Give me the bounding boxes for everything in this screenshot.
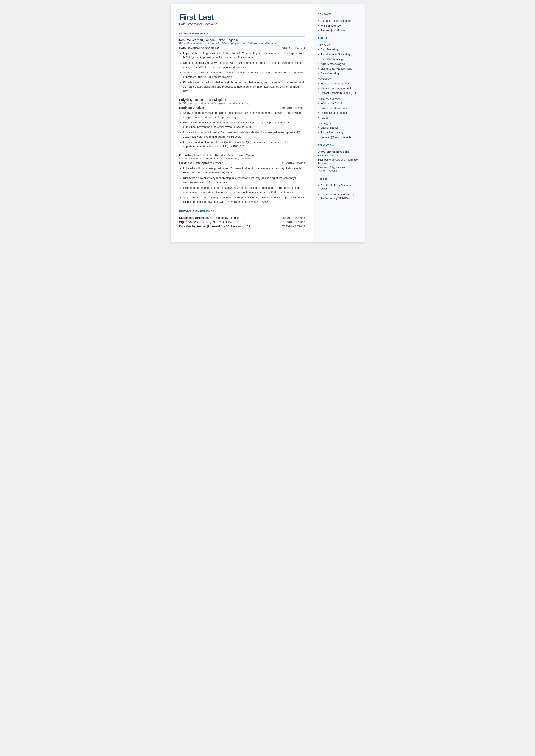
job-header-1: Data Governance Specialist 01/2022 – Pre… xyxy=(179,46,305,50)
skill-item: Data Cleansing xyxy=(318,71,360,75)
employer-name-3: Growthsi, London, United Kingdom & Barce… xyxy=(179,154,305,157)
tool-item: Salesforce Data Loader xyxy=(318,106,360,110)
technique-item: Extract, Transform, Load (ETL xyxy=(318,91,360,95)
skill-item: Data Modeling xyxy=(318,48,360,51)
prev-exp-row-3: Data Quality Analyst (Internship), ABC, … xyxy=(179,225,305,228)
skill-item: Master Data Management xyxy=(318,67,360,71)
contact-section: CONTACT Dundee, United Kingdom +44 12345… xyxy=(318,13,360,32)
employer-name-2: Polyhire, London, United Kingdom xyxy=(179,98,305,101)
education-label: EDUCATION xyxy=(318,144,360,148)
job-header-3: Business Development Officer 11/2018 – 0… xyxy=(179,161,305,165)
bullet-item: Surpassed the annual KPI goal of 85% mar… xyxy=(179,195,305,204)
prev-exp-role-3: Data Quality Analyst (Internship), ABC, … xyxy=(179,225,250,228)
languages-label: Languages: xyxy=(318,122,360,125)
bullet-item: Initiated a 48% business growth over 32 … xyxy=(179,166,305,175)
job-dates-3: 11/2018 – 09/2019 xyxy=(282,162,305,165)
job-title-3: Business Development Officer xyxy=(179,161,223,165)
prev-exp-row-1: Database Coordinator, ABC Company, Londo… xyxy=(179,216,305,219)
job-dates-1: 01/2022 – Present xyxy=(282,46,305,50)
employer-resume-worded: Resume Worded, London, United Kingdom Ed… xyxy=(179,38,305,93)
prev-exp-dates-1: 06/2017 – 10/2018 xyxy=(282,216,305,219)
employer-polyhire: Polyhire, London, United Kingdom NYSE-li… xyxy=(179,98,305,149)
hard-skills-label: Hard Skills: xyxy=(318,43,360,46)
bullet-item: Fostered annual growth within 17+ busine… xyxy=(179,130,305,139)
tools-label: Tools and Software: xyxy=(318,98,360,100)
language-item: Romanian (Native) xyxy=(318,130,360,134)
prev-exp-dates-3: 07/2014 – 12/2015 xyxy=(282,225,305,228)
other-item: Certified Information Privacy Profession… xyxy=(318,193,360,200)
contact-phone: +44 1234567890 xyxy=(318,24,360,28)
skill-item: Requirements Gathering xyxy=(318,53,360,56)
prev-exp-dates-2: 01/2016 – 05/2017 xyxy=(282,220,305,224)
work-experience-label: WORK EXPERIENCE xyxy=(179,32,305,37)
previous-experience-label: PREVIOUS EXPERIENCE xyxy=(179,210,305,214)
languages-list: English (Native) Romanian (Native) Spani… xyxy=(318,126,360,139)
job-bullets-3: Initiated a 48% business growth over 32 … xyxy=(179,166,305,204)
previous-experience-section: PREVIOUS EXPERIENCE Database Coordinator… xyxy=(179,210,305,228)
other-item: Certified in Data Governance (CDG) xyxy=(318,183,360,191)
employer-growthsi: Growthsi, London, United Kingdom & Barce… xyxy=(179,154,305,204)
job-bullets-1: Implemented data governance strategy for… xyxy=(179,51,305,93)
education-section: EDUCATION University of New York Bachelo… xyxy=(318,144,360,173)
job-bullets-2: Analyzed company data and aided the sale… xyxy=(179,111,305,149)
resume-container: First Last Data Governance Specialist WO… xyxy=(171,4,365,242)
bullet-item: Reconciled financial statement differenc… xyxy=(179,121,305,129)
candidate-name: First Last xyxy=(179,13,305,21)
technique-item: Information Management xyxy=(318,82,360,86)
techniques-label: Techniques: xyxy=(318,78,360,81)
left-column: First Last Data Governance Specialist WO… xyxy=(171,4,313,242)
contact-email: first.last@gmail.com xyxy=(318,28,360,32)
job-dates-2: 10/2019 – 12/2021 xyxy=(282,106,305,109)
tool-item: Informatica Cloud xyxy=(318,101,360,105)
bullet-item: Supervised 20+ cross-functional teams th… xyxy=(179,70,305,79)
bullet-item: Identified and implemented Total Quality… xyxy=(179,140,305,149)
hard-skills-list: Data Modeling Requirements Gathering Dat… xyxy=(318,48,360,75)
contact-address: Dundee, United Kingdom xyxy=(318,19,360,23)
edu-school: University of New York xyxy=(318,150,360,153)
contact-list: Dundee, United Kingdom +44 1234567890 fi… xyxy=(318,19,360,32)
right-column: CONTACT Dundee, United Kingdom +44 12345… xyxy=(313,4,365,242)
job-title-1: Data Governance Specialist xyxy=(179,46,219,50)
employer-desc-2: NYSE-listed recruitment and employer bra… xyxy=(179,101,305,105)
bullet-item: Analyzed company data and aided the sale… xyxy=(179,111,305,119)
bullet-item: Discovered new clients by researching ke… xyxy=(179,176,305,184)
tool-item: Oracle Data Integrator xyxy=(318,111,360,115)
language-item: Spanish (Conversational) xyxy=(318,135,360,139)
employer-name-1: Resume Worded, London, United Kingdom xyxy=(179,38,305,42)
bullet-item: Provided specialized knowledge in attrib… xyxy=(179,80,305,93)
edu-degree: Bachelor of Science Business Analytics a… xyxy=(318,154,360,169)
other-section: OTHER Certified in Data Governance (CDG)… xyxy=(318,178,360,201)
prev-exp-row-2: SQL DBA, XYZ Company, New York, USA 01/2… xyxy=(179,220,305,224)
candidate-title: Data Governance Specialist xyxy=(179,22,305,26)
technique-item: Stakeholder Engagement xyxy=(318,86,360,90)
tools-list: Informatica Cloud Salesforce Data Loader… xyxy=(318,101,360,120)
work-experience-section: WORK EXPERIENCE Resume Worded, London, U… xyxy=(179,32,305,204)
bullet-item: Expanded the market segment of Growthsi … xyxy=(179,186,305,194)
bullet-item: Created a centralized MDM database with … xyxy=(179,61,305,70)
employer-desc-3: Career training and membership SaaS with… xyxy=(179,157,305,160)
skill-item: Agile Methodologies xyxy=(318,62,360,66)
skills-label: SKILLS xyxy=(318,37,360,42)
tool-item: Talend xyxy=(318,116,360,120)
other-list: Certified in Data Governance (CDG) Certi… xyxy=(318,183,360,201)
techniques-list: Information Management Stakeholder Engag… xyxy=(318,82,360,95)
prev-exp-role-2: SQL DBA, XYZ Company, New York, USA xyxy=(179,220,232,224)
language-item: English (Native) xyxy=(318,126,360,130)
job-header-2: Business Analyst 10/2019 – 12/2021 xyxy=(179,106,305,109)
job-title-2: Business Analyst xyxy=(179,106,204,109)
contact-label: CONTACT xyxy=(318,13,360,17)
bullet-item: Implemented data governance strategy for… xyxy=(179,51,305,60)
edu-dates: 10/2011 - 06/2014 xyxy=(318,170,360,173)
skill-item: Data Warehousing xyxy=(318,57,360,61)
prev-exp-role-1: Database Coordinator, ABC Company, Londo… xyxy=(179,216,244,219)
employer-desc-1: Education technology startup with 50+ em… xyxy=(179,42,305,45)
other-label: OTHER xyxy=(318,178,360,182)
skills-section: SKILLS Hard Skills: Data Modeling Requir… xyxy=(318,37,360,139)
